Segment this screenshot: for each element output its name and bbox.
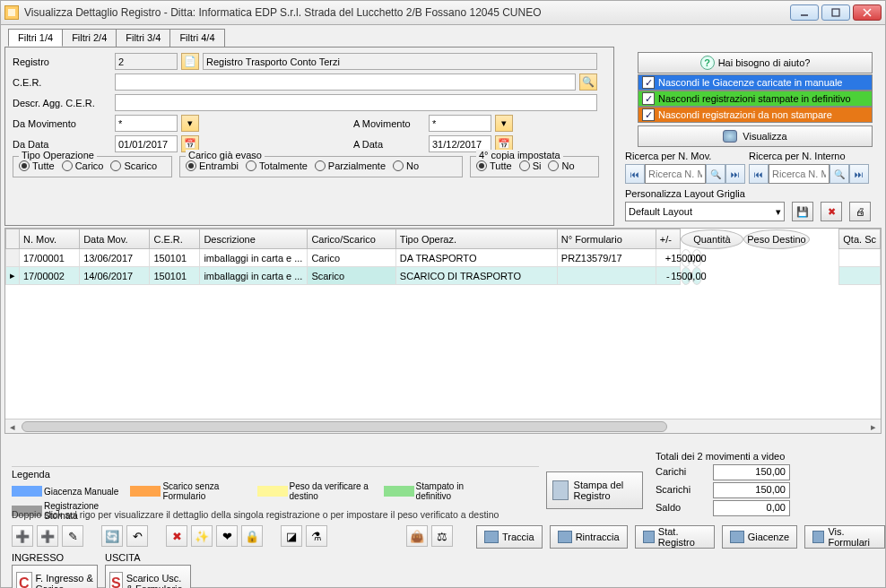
titlebar: Visualizza Dettaglio Registro - Ditta: I…: [0, 0, 886, 25]
rintraccia-button[interactable]: Rintraccia: [550, 525, 628, 549]
group-tipo-operazione: Tipo Operazione Tutte Carico Scarico: [13, 156, 172, 177]
erase-icon[interactable]: ◪: [281, 525, 302, 547]
vis-formulari-button[interactable]: Vis. Formulari: [804, 525, 885, 549]
checkbox-hide-noprint[interactable]: Nascondi registrazioni da non stampare: [638, 107, 873, 123]
col-descr[interactable]: Descrizione: [200, 229, 308, 249]
save-icon: 💾: [796, 206, 809, 218]
tab-filtri-2[interactable]: Filtri 2/4: [62, 29, 117, 47]
wand-icon[interactable]: ✨: [191, 525, 213, 547]
edit-icon[interactable]: ✎: [62, 525, 83, 547]
da-movimento-input[interactable]: [115, 115, 178, 132]
col-peso[interactable]: Peso Destino: [743, 229, 810, 249]
group-copia: 4° copia impostata Tutte Si No: [470, 156, 599, 177]
scarico-formulario-button[interactable]: S Scarico Usc. & Formulario: [105, 565, 191, 588]
refresh-icon[interactable]: 🔄: [101, 525, 123, 547]
save-layout-button[interactable]: 💾: [792, 202, 813, 221]
giacenze-button[interactable]: Giacenze: [722, 525, 797, 549]
scale-icon[interactable]: ⚖: [431, 525, 453, 547]
col-qtasc[interactable]: Qta. Sc: [839, 229, 881, 249]
delete-icon[interactable]: ✖: [166, 525, 187, 547]
checkbox-icon: [642, 92, 655, 105]
undo-icon[interactable]: ↶: [126, 525, 148, 547]
cer-input[interactable]: [115, 74, 576, 91]
descr-label: Descr. Agg. C.E.R.: [13, 98, 111, 108]
legend-title: Legenda: [12, 469, 539, 480]
help-icon: ?: [700, 56, 715, 70]
ingresso-carico-button[interactable]: C F. Ingresso & Carico: [12, 565, 98, 588]
col-cer[interactable]: C.E.R.: [150, 229, 200, 249]
add-red-icon[interactable]: ➕: [12, 525, 33, 547]
radio-evaso-no[interactable]: No: [393, 160, 419, 171]
help-button[interactable]: ? Hai bisogno di aiuto?: [638, 52, 873, 74]
search-int-go[interactable]: 🔍: [830, 164, 849, 184]
nav-last-int[interactable]: ⏭: [849, 164, 869, 184]
scroll-left-icon[interactable]: ◂: [5, 419, 20, 434]
app-icon: [4, 5, 19, 20]
checkbox-hide-manual[interactable]: Nascondi le Giacenze caricate in manuale: [638, 74, 873, 91]
a-movimento-label: A Movimento: [353, 118, 425, 129]
heart-icon[interactable]: ❤: [216, 525, 238, 547]
traccia-button[interactable]: Traccia: [476, 525, 543, 549]
da-movimento-label: Da Movimento: [13, 118, 111, 129]
tab-filtri-3[interactable]: Filtri 3/4: [116, 29, 170, 47]
radio-carico[interactable]: Carico: [62, 160, 104, 171]
tab-filtri-4[interactable]: Filtri 4/4: [169, 29, 224, 47]
maximize-button[interactable]: [821, 4, 850, 21]
grid-hscrollbar[interactable]: ◂ ▸: [5, 419, 881, 433]
radio-scarico[interactable]: Scarico: [110, 160, 157, 171]
radio-copia-tutte[interactable]: Tutte: [476, 160, 512, 171]
radio-parzialmente[interactable]: Parzialmente: [315, 160, 386, 171]
flask-icon[interactable]: ⚗: [306, 525, 327, 547]
bag-icon[interactable]: 👜: [406, 525, 428, 547]
radio-entrambi[interactable]: Entrambi: [186, 160, 239, 171]
stat-registro-button[interactable]: Stat. Registro: [635, 525, 715, 549]
data-grid[interactable]: N. Mov. Data Mov. C.E.R. Descrizione Car…: [4, 228, 882, 434]
cer-lookup-icon[interactable]: 🔍: [579, 74, 597, 91]
checkbox-icon: [642, 108, 655, 121]
swatch-icon: [130, 486, 161, 497]
scroll-right-icon[interactable]: ▸: [866, 419, 881, 434]
delete-layout-button[interactable]: ✖: [821, 202, 842, 221]
descr-input[interactable]: [115, 94, 597, 111]
registro-lookup-icon[interactable]: 📄: [181, 53, 199, 70]
table-row[interactable]: 17/0000113/06/2017150101 imballaggi in c…: [6, 249, 881, 267]
close-button[interactable]: [853, 4, 882, 21]
search-mov-go[interactable]: 🔍: [706, 164, 725, 184]
a-movimento-lookup-icon[interactable]: ▾: [495, 115, 513, 132]
a-movimento-input[interactable]: [429, 115, 491, 132]
layout-select[interactable]: Default Layout▾: [625, 202, 785, 221]
search-int-label: Ricerca per N. Interno: [749, 151, 846, 161]
tab-filtri-1[interactable]: Filtri 1/4: [8, 29, 63, 47]
a-data-label: A Data: [353, 139, 425, 150]
total-saldo: Saldo0,00: [656, 500, 790, 516]
search-mov-input[interactable]: [645, 164, 706, 184]
table-row[interactable]: ▸ 17/0000214/06/2017150101 imballaggi in…: [6, 267, 881, 285]
col-cs[interactable]: Carico/Scarico: [308, 229, 395, 249]
col-tipo[interactable]: Tipo Operaz.: [395, 229, 557, 249]
lock-icon[interactable]: 🔒: [241, 525, 263, 547]
nav-first-int[interactable]: ⏮: [749, 164, 769, 184]
radio-tutte[interactable]: Tutte: [19, 160, 55, 171]
col-data[interactable]: Data Mov.: [80, 229, 150, 249]
col-nmov[interactable]: N. Mov.: [20, 229, 80, 249]
minimize-button[interactable]: [790, 4, 819, 21]
radio-copia-si[interactable]: Si: [519, 160, 542, 171]
da-movimento-lookup-icon[interactable]: ▾: [181, 115, 199, 132]
da-data-input[interactable]: [115, 135, 178, 152]
checkbox-hide-printed[interactable]: Nascondi registrazioni stampate in defin…: [638, 91, 873, 107]
doc-icon: [484, 531, 499, 543]
radio-copia-no[interactable]: No: [548, 160, 574, 171]
radio-totalmente[interactable]: Totalmente: [246, 160, 308, 171]
col-form[interactable]: N° Formulario: [557, 229, 656, 249]
print-layout-button[interactable]: 🖨: [849, 202, 871, 221]
col-pm[interactable]: +/-: [656, 229, 680, 249]
add-green-icon[interactable]: ➕: [37, 525, 58, 547]
col-qta[interactable]: Quantità: [681, 229, 743, 249]
stampa-registro-button[interactable]: Stampa del Registro: [546, 471, 643, 509]
totals-title: Totali dei 2 movimenti a video: [656, 451, 785, 462]
scroll-thumb[interactable]: [22, 421, 667, 432]
search-int-input[interactable]: [769, 164, 830, 184]
nav-last-mov[interactable]: ⏭: [725, 164, 745, 184]
nav-first-mov[interactable]: ⏮: [625, 164, 645, 184]
visualizza-button[interactable]: Visualizza: [638, 125, 873, 147]
